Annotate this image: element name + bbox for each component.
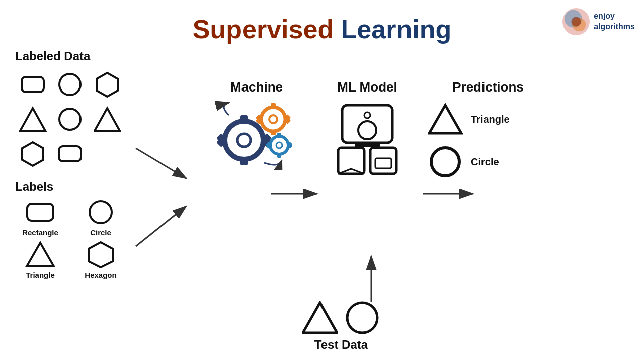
logo-icon	[561, 7, 591, 36]
svg-rect-52	[342, 105, 392, 143]
labeled-data-shapes	[15, 68, 156, 170]
svg-rect-56	[370, 148, 396, 174]
label-triangle: Triangle	[15, 241, 65, 279]
svg-point-3	[572, 17, 581, 26]
label-circle: Circle	[75, 199, 126, 237]
svg-rect-35	[271, 130, 276, 135]
svg-point-33	[269, 115, 277, 123]
page-title: Supervised Learning	[0, 0, 644, 44]
svg-marker-16	[22, 142, 43, 166]
svg-marker-15	[95, 108, 120, 131]
svg-point-42	[270, 136, 288, 154]
svg-point-22	[225, 121, 263, 159]
svg-rect-25	[240, 157, 248, 165]
title-word2: Learning	[341, 15, 452, 44]
test-circle-icon	[344, 301, 380, 335]
prediction-circle-label: Circle	[471, 156, 499, 168]
svg-point-53	[364, 112, 370, 118]
svg-marker-60	[429, 105, 461, 133]
left-panel: Labeled Data	[15, 49, 156, 279]
shape-circle1	[52, 68, 88, 101]
prediction-triangle-icon	[428, 103, 463, 136]
shape-hex2	[15, 138, 50, 170]
prediction-circle: Circle	[428, 146, 499, 178]
svg-rect-24	[240, 115, 248, 123]
label-triangle-text: Triangle	[26, 270, 55, 279]
label-circle-text: Circle	[90, 228, 111, 237]
ml-model-label: ML Model	[337, 79, 397, 95]
title-word1: Supervised	[193, 15, 334, 44]
svg-point-32	[261, 107, 285, 131]
svg-point-54	[358, 121, 376, 139]
prediction-circle-icon	[428, 146, 463, 178]
svg-marker-13	[20, 108, 45, 131]
label-rectangle: Rectangle	[15, 199, 65, 237]
predictions-label: Predictions	[452, 79, 524, 95]
svg-marker-12	[97, 73, 118, 97]
label-rectangle-text: Rectangle	[22, 228, 58, 237]
svg-rect-59	[355, 143, 380, 147]
svg-rect-17	[59, 146, 81, 161]
logo: enjoy algorithms	[561, 7, 635, 36]
labels-section: Labels Rectangle Circle Triangle Hexagon	[15, 179, 156, 279]
svg-rect-45	[277, 153, 281, 158]
test-data-label: Test Data	[314, 338, 368, 352]
machine-label: Machine	[230, 79, 283, 95]
svg-rect-58	[375, 158, 391, 168]
labeled-data-title: Labeled Data	[15, 49, 156, 63]
prediction-triangle: Triangle	[428, 103, 510, 136]
svg-marker-57	[338, 169, 364, 174]
svg-point-19	[90, 201, 112, 223]
prediction-triangle-label: Triangle	[471, 114, 510, 125]
svg-point-63	[347, 303, 377, 333]
shape-rect2	[52, 138, 88, 170]
svg-marker-21	[89, 242, 113, 267]
svg-point-11	[59, 74, 80, 95]
ml-model-section: ML Model	[317, 79, 418, 180]
shape-hex1	[90, 68, 125, 101]
svg-rect-55	[338, 148, 364, 174]
ml-model-icon	[327, 100, 408, 180]
svg-point-14	[59, 109, 80, 130]
svg-point-23	[237, 134, 251, 147]
svg-rect-10	[22, 77, 44, 92]
test-triangle-icon	[302, 301, 338, 335]
logo-text: enjoy algorithms	[594, 11, 635, 32]
test-data-section: Test Data	[302, 301, 380, 352]
label-hexagon: Hexagon	[75, 241, 126, 279]
shape-circle2	[52, 103, 88, 136]
labels-title: Labels	[15, 179, 156, 194]
shape-empty	[90, 138, 125, 170]
svg-marker-20	[27, 243, 54, 266]
shape-rect1	[15, 68, 50, 101]
shape-tri2	[90, 103, 125, 136]
test-data-shapes	[302, 301, 380, 335]
predictions-section: Predictions Triangle Circle	[428, 79, 548, 189]
svg-point-61	[431, 148, 459, 176]
machine-gears-icon	[214, 100, 299, 170]
svg-rect-44	[277, 133, 281, 137]
label-hexagon-text: Hexagon	[85, 270, 116, 279]
svg-rect-34	[271, 103, 276, 109]
shape-tri1	[15, 103, 50, 136]
svg-marker-62	[303, 303, 337, 333]
machine-section: Machine	[206, 79, 307, 170]
svg-point-43	[276, 142, 282, 148]
labels-grid: Rectangle Circle Triangle Hexagon	[15, 199, 156, 279]
svg-rect-18	[27, 204, 53, 221]
